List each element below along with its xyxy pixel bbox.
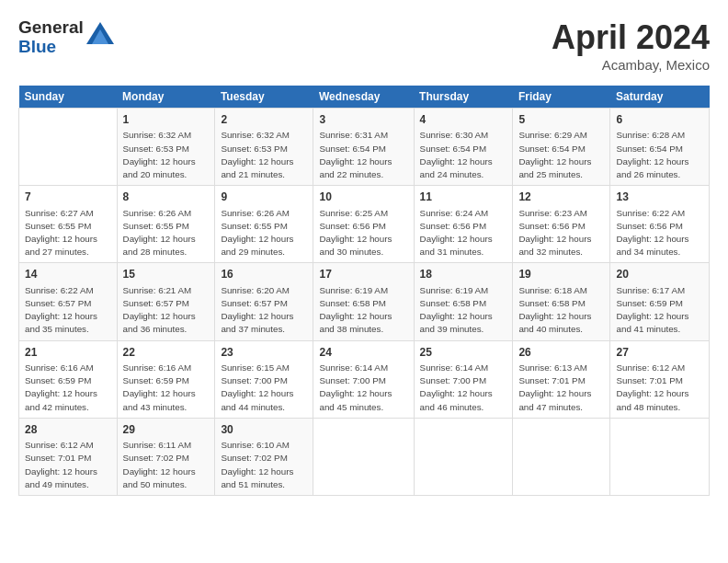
col-header-monday: Monday [117, 86, 215, 109]
col-header-tuesday: Tuesday [215, 86, 313, 109]
day-cell [313, 418, 414, 495]
day-number: 13 [616, 190, 703, 205]
day-cell: 5Sunrise: 6:29 AM Sunset: 6:54 PM Daylig… [513, 109, 610, 186]
day-cell: 13Sunrise: 6:22 AM Sunset: 6:56 PM Dayli… [610, 186, 710, 263]
day-cell: 14Sunrise: 6:22 AM Sunset: 6:57 PM Dayli… [19, 263, 118, 340]
day-number: 14 [25, 267, 111, 282]
day-number: 9 [221, 190, 307, 205]
day-cell: 11Sunrise: 6:24 AM Sunset: 6:56 PM Dayli… [414, 186, 513, 263]
logo: General Blue [18, 18, 114, 57]
day-info: Sunrise: 6:32 AM Sunset: 6:53 PM Dayligh… [221, 129, 307, 181]
location: Acambay, Mexico [552, 57, 710, 73]
day-info: Sunrise: 6:16 AM Sunset: 6:59 PM Dayligh… [123, 362, 210, 414]
calendar-table: SundayMondayTuesdayWednesdayThursdayFrid… [18, 86, 710, 496]
day-info: Sunrise: 6:19 AM Sunset: 6:58 PM Dayligh… [319, 284, 407, 337]
day-info: Sunrise: 6:26 AM Sunset: 6:55 PM Dayligh… [123, 207, 210, 259]
day-cell [513, 418, 610, 495]
day-cell: 24Sunrise: 6:14 AM Sunset: 7:00 PM Dayli… [313, 340, 414, 418]
day-info: Sunrise: 6:12 AM Sunset: 7:01 PM Dayligh… [616, 362, 703, 414]
col-header-sunday: Sunday [19, 86, 118, 109]
day-info: Sunrise: 6:12 AM Sunset: 7:01 PM Dayligh… [25, 439, 111, 491]
week-row-1: 1Sunrise: 6:32 AM Sunset: 6:53 PM Daylig… [19, 109, 710, 186]
day-number: 15 [123, 267, 210, 282]
day-cell: 18Sunrise: 6:19 AM Sunset: 6:58 PM Dayli… [414, 263, 513, 340]
day-cell: 20Sunrise: 6:17 AM Sunset: 6:59 PM Dayli… [610, 263, 710, 340]
col-header-wednesday: Wednesday [313, 86, 414, 109]
day-cell: 29Sunrise: 6:11 AM Sunset: 7:02 PM Dayli… [117, 418, 215, 495]
day-number: 3 [319, 112, 407, 128]
day-cell: 26Sunrise: 6:13 AM Sunset: 7:01 PM Dayli… [513, 340, 610, 418]
day-cell: 10Sunrise: 6:25 AM Sunset: 6:56 PM Dayli… [313, 186, 414, 263]
day-cell: 19Sunrise: 6:18 AM Sunset: 6:58 PM Dayli… [513, 263, 610, 340]
day-info: Sunrise: 6:14 AM Sunset: 7:00 PM Dayligh… [420, 362, 507, 414]
day-info: Sunrise: 6:11 AM Sunset: 7:02 PM Dayligh… [123, 439, 210, 491]
day-info: Sunrise: 6:22 AM Sunset: 6:57 PM Dayligh… [25, 284, 111, 337]
day-info: Sunrise: 6:17 AM Sunset: 6:59 PM Dayligh… [616, 284, 703, 337]
day-number: 21 [25, 345, 111, 361]
day-cell: 28Sunrise: 6:12 AM Sunset: 7:01 PM Dayli… [19, 418, 118, 495]
header-row: SundayMondayTuesdayWednesdayThursdayFrid… [19, 86, 710, 109]
day-info: Sunrise: 6:10 AM Sunset: 7:02 PM Dayligh… [221, 439, 307, 491]
day-cell: 21Sunrise: 6:16 AM Sunset: 6:59 PM Dayli… [19, 340, 118, 418]
day-info: Sunrise: 6:16 AM Sunset: 6:59 PM Dayligh… [25, 362, 111, 414]
day-info: Sunrise: 6:24 AM Sunset: 6:56 PM Dayligh… [420, 207, 507, 259]
day-number: 24 [319, 345, 407, 361]
week-row-4: 21Sunrise: 6:16 AM Sunset: 6:59 PM Dayli… [19, 340, 710, 418]
day-number: 29 [123, 422, 210, 438]
header: General Blue April 2024 Acambay, Mexico [18, 18, 710, 73]
day-cell: 8Sunrise: 6:26 AM Sunset: 6:55 PM Daylig… [117, 186, 215, 263]
day-cell: 25Sunrise: 6:14 AM Sunset: 7:00 PM Dayli… [414, 340, 513, 418]
day-info: Sunrise: 6:32 AM Sunset: 6:53 PM Dayligh… [123, 129, 210, 181]
day-number: 5 [518, 112, 604, 128]
day-cell [414, 418, 513, 495]
day-info: Sunrise: 6:13 AM Sunset: 7:01 PM Dayligh… [518, 362, 604, 414]
logo-icon [86, 22, 114, 44]
day-info: Sunrise: 6:14 AM Sunset: 7:00 PM Dayligh… [319, 362, 407, 414]
day-number: 18 [420, 267, 507, 282]
logo-line2: Blue [18, 38, 84, 57]
day-number: 10 [319, 190, 407, 205]
week-row-5: 28Sunrise: 6:12 AM Sunset: 7:01 PM Dayli… [19, 418, 710, 495]
day-number: 28 [25, 422, 111, 438]
day-number: 6 [616, 112, 703, 128]
day-info: Sunrise: 6:29 AM Sunset: 6:54 PM Dayligh… [518, 129, 604, 181]
day-info: Sunrise: 6:18 AM Sunset: 6:58 PM Dayligh… [518, 284, 604, 337]
day-number: 26 [518, 345, 604, 361]
day-number: 11 [420, 190, 507, 205]
day-info: Sunrise: 6:31 AM Sunset: 6:54 PM Dayligh… [319, 129, 407, 181]
day-info: Sunrise: 6:25 AM Sunset: 6:56 PM Dayligh… [319, 207, 407, 259]
day-cell: 1Sunrise: 6:32 AM Sunset: 6:53 PM Daylig… [117, 109, 215, 186]
day-number: 16 [221, 267, 307, 282]
day-cell: 15Sunrise: 6:21 AM Sunset: 6:57 PM Dayli… [117, 263, 215, 340]
day-number: 12 [518, 190, 604, 205]
day-number: 8 [123, 190, 210, 205]
day-cell: 2Sunrise: 6:32 AM Sunset: 6:53 PM Daylig… [215, 109, 313, 186]
day-cell [19, 109, 118, 186]
day-cell: 22Sunrise: 6:16 AM Sunset: 6:59 PM Dayli… [117, 340, 215, 418]
day-number: 20 [616, 267, 703, 282]
day-cell: 6Sunrise: 6:28 AM Sunset: 6:54 PM Daylig… [610, 109, 710, 186]
day-cell: 7Sunrise: 6:27 AM Sunset: 6:55 PM Daylig… [19, 186, 118, 263]
day-number: 23 [221, 345, 307, 361]
day-cell: 17Sunrise: 6:19 AM Sunset: 6:58 PM Dayli… [313, 263, 414, 340]
day-info: Sunrise: 6:21 AM Sunset: 6:57 PM Dayligh… [123, 284, 210, 337]
day-info: Sunrise: 6:23 AM Sunset: 6:56 PM Dayligh… [518, 207, 604, 259]
day-number: 25 [420, 345, 507, 361]
day-cell: 30Sunrise: 6:10 AM Sunset: 7:02 PM Dayli… [215, 418, 313, 495]
day-info: Sunrise: 6:28 AM Sunset: 6:54 PM Dayligh… [616, 129, 703, 181]
col-header-saturday: Saturday [610, 86, 710, 109]
day-info: Sunrise: 6:27 AM Sunset: 6:55 PM Dayligh… [25, 207, 111, 259]
day-cell: 16Sunrise: 6:20 AM Sunset: 6:57 PM Dayli… [215, 263, 313, 340]
month-title: April 2024 [552, 18, 710, 57]
page: General Blue April 2024 Acambay, Mexico … [0, 0, 728, 505]
day-number: 4 [420, 112, 507, 128]
week-row-2: 7Sunrise: 6:27 AM Sunset: 6:55 PM Daylig… [19, 186, 710, 263]
day-number: 27 [616, 345, 703, 361]
col-header-thursday: Thursday [414, 86, 513, 109]
day-number: 19 [518, 267, 604, 282]
day-info: Sunrise: 6:20 AM Sunset: 6:57 PM Dayligh… [221, 284, 307, 337]
day-info: Sunrise: 6:19 AM Sunset: 6:58 PM Dayligh… [420, 284, 507, 337]
day-cell [610, 418, 710, 495]
col-header-friday: Friday [513, 86, 610, 109]
day-cell: 9Sunrise: 6:26 AM Sunset: 6:55 PM Daylig… [215, 186, 313, 263]
